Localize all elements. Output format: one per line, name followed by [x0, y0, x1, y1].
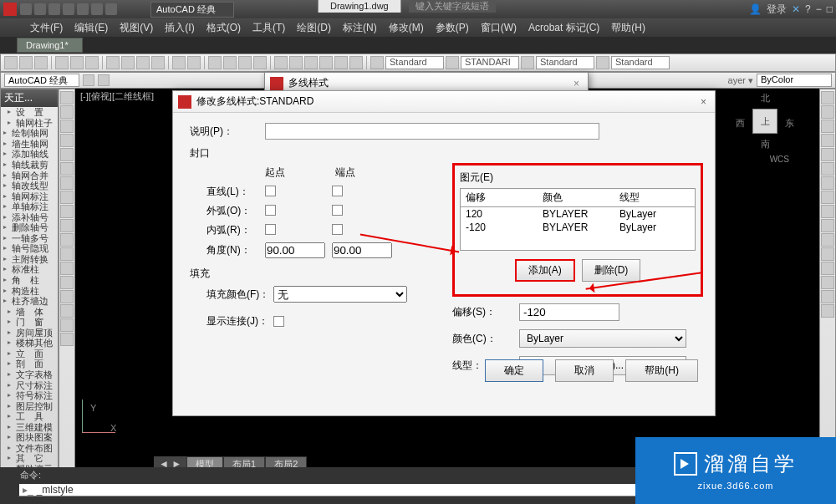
lp-item[interactable]: 剖 面 [1, 359, 58, 369]
lp-item[interactable]: 删除轴号 [1, 222, 58, 233]
element-row[interactable]: 120 BYLAYER ByLayer [461, 207, 695, 221]
cap-line-end-checkbox[interactable] [332, 186, 343, 196]
menu-modify[interactable]: 修改(M) [384, 19, 429, 37]
lp-item[interactable]: 角 柱 [1, 275, 58, 286]
close-icon[interactable]: × [570, 78, 583, 89]
viewcube-west[interactable]: 西 [736, 117, 745, 130]
lp-item[interactable]: 柱齐墙边 [1, 296, 58, 307]
undo-icon[interactable] [172, 56, 186, 69]
angle-start-input[interactable] [265, 242, 325, 258]
minimize-icon[interactable]: − [816, 3, 822, 15]
lp-item[interactable]: 绘制轴网 [1, 128, 58, 139]
lp-item[interactable]: 三维建模 [1, 421, 58, 432]
lp-item[interactable]: 添加轴线 [1, 149, 58, 160]
lp-item[interactable]: 符号标注 [1, 390, 58, 401]
polygon-icon[interactable] [60, 162, 74, 176]
lp-item[interactable]: 房间屋顶 [1, 327, 58, 338]
cap-inarc-end-checkbox[interactable] [332, 224, 343, 235]
lp-item[interactable]: 工 具 [1, 411, 58, 422]
viewcube-wcs[interactable]: WCS [770, 155, 789, 164]
help-icon[interactable]: ? [805, 3, 811, 15]
quickcalc-icon[interactable] [349, 56, 363, 69]
cap-inarc-start-checkbox[interactable] [265, 224, 276, 235]
lp-item[interactable]: 轴改线型 [1, 181, 58, 191]
angle-end-input[interactable] [332, 242, 392, 258]
textstyle-icon[interactable] [370, 56, 384, 69]
menu-draw[interactable]: 绘图(D) [292, 19, 336, 37]
redo-icon[interactable] [105, 3, 117, 15]
color-select[interactable]: ByLayer [519, 329, 686, 348]
pan-icon[interactable] [208, 56, 222, 69]
erase-icon[interactable] [821, 91, 834, 104]
workspace-combo[interactable]: AutoCAD 经典 [4, 74, 79, 87]
viewcube-south[interactable]: 南 [761, 138, 770, 150]
tablestyle-combo[interactable]: Standard [536, 56, 594, 69]
circle-icon[interactable] [60, 120, 74, 133]
mlstyle-icon[interactable] [596, 56, 609, 69]
lp-item[interactable]: 轴号隐现 [1, 243, 58, 254]
fillet-icon[interactable] [821, 290, 834, 303]
elements-list[interactable]: 120 BYLAYER ByLayer -120 BYLAYER ByLayer [460, 207, 696, 251]
open-icon[interactable] [19, 56, 33, 69]
menu-file[interactable]: 文件(F) [25, 19, 68, 37]
copy-icon[interactable] [821, 105, 834, 119]
exchange-icon[interactable]: ✕ [792, 3, 800, 15]
lp-item[interactable]: 轴网合并 [1, 170, 58, 181]
viewcube-top[interactable]: 上 [752, 109, 777, 134]
lp-item[interactable]: 轴线裁剪 [1, 160, 58, 171]
lp-item[interactable]: 轴网柱子 [1, 118, 58, 129]
mirror-icon[interactable] [821, 120, 834, 133]
scale-icon[interactable] [821, 191, 834, 204]
tablestyle-icon[interactable] [521, 56, 534, 69]
lp-item[interactable]: 文件布图 [1, 443, 58, 454]
explode-icon[interactable] [821, 304, 834, 318]
print-icon[interactable] [77, 3, 89, 15]
sheetset-icon[interactable] [319, 56, 333, 69]
lp-item[interactable]: 墙 体 [1, 306, 58, 317]
toolpalettes-icon[interactable] [304, 56, 318, 69]
color-combo[interactable]: ByColor [757, 74, 832, 87]
viewcube-east[interactable]: 东 [785, 117, 794, 130]
menu-acrobat[interactable]: Acrobat 标记(C) [523, 19, 604, 37]
copy-icon[interactable] [121, 56, 135, 69]
plot-icon[interactable] [55, 56, 69, 69]
cap-outarc-start-checkbox[interactable] [265, 205, 276, 216]
designcenter-icon[interactable] [289, 56, 303, 69]
break-icon[interactable] [821, 247, 834, 261]
textstyle-combo[interactable]: Standard [385, 56, 444, 69]
zoom-icon[interactable] [223, 56, 237, 69]
new-icon[interactable] [20, 3, 32, 15]
show-join-checkbox[interactable] [273, 316, 284, 327]
dimstyle-icon[interactable] [446, 56, 459, 69]
help-button[interactable]: 帮助(H) [625, 359, 698, 382]
document-tab[interactable]: Drawing1* [17, 38, 83, 53]
maximize-icon[interactable]: □ [827, 3, 833, 15]
menu-view[interactable]: 视图(V) [115, 19, 158, 37]
stretch-icon[interactable] [821, 205, 834, 218]
saveas-icon[interactable] [63, 3, 74, 15]
lp-item[interactable]: 立 面 [1, 349, 58, 359]
lp-item[interactable]: 图层控制 [1, 400, 58, 411]
line-icon[interactable] [60, 91, 74, 104]
preview-icon[interactable] [70, 56, 84, 69]
undo-icon[interactable] [91, 3, 103, 15]
lp-item[interactable]: 图块图案 [1, 432, 58, 443]
lp-item[interactable]: 标准柱 [1, 264, 58, 275]
login-button[interactable]: 登录 [767, 3, 787, 17]
file-tab[interactable]: Drawing1.dwg [318, 0, 401, 13]
pline-icon[interactable] [60, 105, 74, 119]
cancel-button[interactable]: 取消 [555, 359, 614, 382]
boundary-icon[interactable] [60, 318, 74, 332]
lp-item[interactable]: 文字表格 [1, 369, 58, 380]
rect-icon[interactable] [60, 148, 74, 161]
workspace-selector[interactable]: AutoCAD 经典 [150, 2, 234, 18]
lp-item[interactable]: 楼梯其他 [1, 338, 58, 349]
layer-icon[interactable] [83, 74, 94, 86]
array-icon[interactable] [821, 148, 834, 161]
delete-button[interactable]: 删除(D) [582, 259, 641, 282]
menu-parametric[interactable]: 参数(P) [431, 19, 474, 37]
menu-edit[interactable]: 编辑(E) [69, 19, 113, 37]
mlstyle-combo[interactable]: Standard [611, 56, 670, 69]
lp-item[interactable]: 设 置 [1, 107, 58, 118]
cap-line-start-checkbox[interactable] [265, 186, 276, 196]
